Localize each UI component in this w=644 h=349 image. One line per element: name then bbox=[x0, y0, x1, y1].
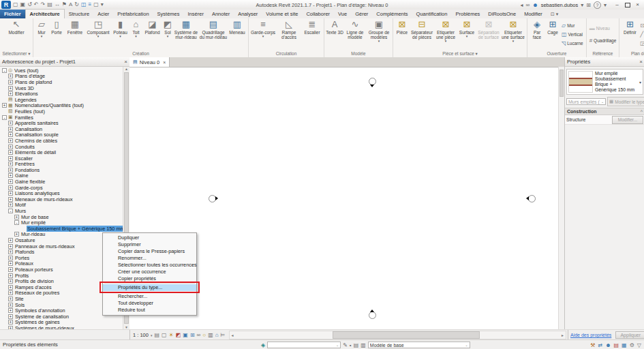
properties-close-icon[interactable]: × bbox=[639, 59, 643, 65]
expand-icon[interactable]: + bbox=[8, 86, 13, 91]
ribbon-button-poteau[interactable]: ▮Poteau▾ bbox=[111, 18, 129, 50]
tree-item-plans-d-etage[interactable]: +Plans d'étage bbox=[0, 74, 129, 80]
expand-icon[interactable]: + bbox=[8, 261, 13, 266]
shadows-icon[interactable]: ◩ bbox=[176, 331, 181, 340]
menu-item-copier-dans-le-presse-papiers[interactable]: Copier dans le Presse-papiers bbox=[103, 248, 196, 255]
worksets-icon[interactable]: ◈ bbox=[261, 341, 265, 349]
tree-item-liaisons-analytiques[interactable]: +Liaisons analytiques bbox=[0, 190, 129, 196]
ribbon-button-groupe-de-modeles[interactable]: ▣Groupe de modèles▾ bbox=[367, 18, 391, 50]
ribbon-tab-vue[interactable]: Vue bbox=[334, 10, 351, 18]
ribbon-button-composant[interactable]: ◳Composant▾ bbox=[85, 18, 111, 50]
ribbon-button-separateur-de-pieces[interactable]: ⊟Séparateur de pièces bbox=[410, 18, 434, 50]
ribbon-group-label-piece-et-surface[interactable]: Pièce et surface ▾ bbox=[395, 50, 525, 57]
tree-item-fenetres[interactable]: +Fenêtres bbox=[0, 162, 129, 168]
filter-icon[interactable]: ▽ bbox=[637, 341, 641, 349]
elevation-marker-west[interactable] bbox=[209, 195, 216, 202]
tree-item-meneaux-de-murs-rideaux[interactable]: +Meneaux de murs-rideaux bbox=[0, 196, 129, 202]
measure-icon[interactable]: ↔ bbox=[55, 1, 60, 9]
user-dropdown-icon[interactable]: ▾ bbox=[581, 2, 583, 8]
reveal-hidden-icon[interactable]: ○ bbox=[202, 331, 206, 340]
tree-item-canalisation-souple[interactable]: +Canalisation souple bbox=[0, 132, 129, 138]
tree-item-gaine[interactable]: +Gaine bbox=[0, 173, 129, 179]
tree-item-elements-de-detail[interactable]: +Eléments de détail bbox=[0, 149, 129, 155]
ribbon-tab-gerer[interactable]: Gérer bbox=[351, 10, 372, 18]
print-icon[interactable]: ▤ bbox=[47, 1, 52, 9]
tree-item-elevations[interactable]: +Elévations bbox=[0, 91, 129, 97]
ribbon-button-modifier[interactable]: ↖Modifier bbox=[1, 18, 31, 50]
expand-icon[interactable]: + bbox=[8, 308, 13, 313]
tree-item-fondations[interactable]: +Fondations bbox=[0, 167, 129, 173]
ribbon-button-mur[interactable]: ▱Mur▾ bbox=[35, 18, 48, 50]
ribbon-tab-acier[interactable]: Acier bbox=[93, 10, 113, 18]
menu-item-creer-une-occurrence[interactable]: Créer une occurrence bbox=[103, 269, 196, 275]
thin-lines-icon[interactable]: ≡ bbox=[89, 1, 92, 9]
sync-icon[interactable]: ↺ bbox=[27, 1, 32, 9]
menu-item-proprietes-du-type[interactable]: Propriétés du type... bbox=[103, 284, 196, 291]
tree-item-appareils-sanitaires[interactable]: +Appareils sanitaires bbox=[0, 120, 129, 126]
drag-on-selection-icon[interactable]: ⚙ bbox=[630, 341, 634, 349]
expand-icon[interactable]: + bbox=[8, 150, 13, 155]
ribbon-button-texte-3d[interactable]: ATexte 3D bbox=[326, 18, 343, 50]
collapse-icon[interactable]: - bbox=[2, 68, 7, 73]
search-dropdown-icon[interactable]: ◂ bbox=[521, 2, 523, 8]
ribbon-button-quadrillage-du-mur-rideau[interactable]: ▤Quadrillage du mur-rideau bbox=[199, 18, 228, 50]
redo-icon[interactable]: ↷ bbox=[41, 1, 46, 9]
section-icon[interactable]: ◫ bbox=[81, 1, 87, 9]
ribbon-button-ligne-de-modele[interactable]: ∿Ligne de modèle bbox=[343, 18, 367, 50]
expand-icon[interactable]: + bbox=[8, 244, 13, 249]
tree-item-canalisation[interactable]: +Canalisation bbox=[0, 126, 129, 132]
expand-icon[interactable]: + bbox=[8, 314, 13, 319]
minimize-button[interactable]: – bbox=[612, 1, 622, 9]
expand-icon[interactable]: + bbox=[8, 173, 13, 178]
user-name[interactable]: sebastien.dubos bbox=[541, 2, 579, 8]
help-icon[interactable]: ? bbox=[594, 1, 601, 9]
ribbon-button-mur[interactable]: ▱Mur bbox=[560, 21, 585, 30]
ribbon-button-separation-de-surface[interactable]: ⊠Séparation de surface bbox=[476, 18, 501, 50]
workset-combo[interactable]: ⌄ bbox=[267, 342, 341, 348]
ribbon-tab-systemes[interactable]: Systèmes bbox=[153, 10, 184, 18]
ribbon-button-afficher[interactable]: ⊡Afficher bbox=[639, 21, 644, 30]
properties-help-link[interactable]: Aide des propriétés bbox=[570, 333, 611, 337]
expand-icon[interactable]: + bbox=[8, 279, 13, 284]
expand-icon[interactable]: + bbox=[8, 202, 13, 207]
menu-item-tout-developper[interactable]: Tout développer bbox=[103, 300, 196, 307]
type-selector-dropdown-icon[interactable]: ▾ bbox=[639, 80, 641, 85]
view-tab-niveau-0[interactable]: ▤ Niveau 0 × bbox=[129, 57, 170, 67]
structure-modify-button[interactable]: Modifier... bbox=[612, 116, 643, 124]
ribbon-button-escalier[interactable]: ≣Escalier bbox=[302, 18, 322, 50]
open-file-icon[interactable]: ▢ bbox=[13, 1, 18, 9]
expand-icon[interactable]: + bbox=[8, 132, 13, 137]
help-dropdown-icon[interactable]: ▾ bbox=[604, 2, 607, 8]
ribbon-button-definir[interactable]: ⊞Définir bbox=[621, 18, 639, 50]
expand-icon[interactable]: + bbox=[8, 138, 13, 143]
edit-type-button[interactable]: ▦ Modifier le type bbox=[607, 97, 644, 106]
ribbon-group-label-selectionner[interactable]: Sélectionner ▾ bbox=[1, 50, 31, 57]
ribbon-tab-volume-et-site[interactable]: Volume et site bbox=[262, 10, 302, 18]
canvas-vertical-scrollbar[interactable] bbox=[558, 67, 564, 329]
expand-icon[interactable]: + bbox=[8, 156, 13, 161]
combo-dropdown-icon[interactable]: ⌄ bbox=[465, 343, 468, 347]
hide-analytical-icon[interactable]: ⌂ bbox=[215, 331, 219, 340]
tree-item-nomenclatures-quantites-tout[interactable]: +▦Nomenclatures/Quantités (tout) bbox=[0, 103, 129, 109]
ribbon-button-garde-corps[interactable]: ≡Garde-corps▾ bbox=[250, 18, 276, 50]
ribbon-tab-prefabrication[interactable]: Préfabrication bbox=[113, 10, 153, 18]
menu-item-dupliquer[interactable]: Dupliquer bbox=[103, 234, 196, 241]
expand-icon[interactable]: + bbox=[8, 273, 13, 278]
expand-icon[interactable]: + bbox=[8, 91, 13, 96]
scroll-up-icon[interactable]: ▲ bbox=[123, 67, 129, 71]
collapse-icon[interactable]: - bbox=[14, 220, 19, 225]
ribbon-tab-dirootsone[interactable]: DiRootsOne bbox=[484, 10, 520, 18]
maximize-button[interactable] bbox=[622, 1, 632, 9]
menu-item-renommer[interactable]: Renommer... bbox=[103, 255, 196, 262]
menu-item-reduire-tout[interactable]: Réduire tout bbox=[103, 307, 196, 314]
expand-icon[interactable]: + bbox=[8, 197, 13, 202]
save-icon[interactable]: ▣ bbox=[20, 1, 26, 9]
tree-item-chemins-de-cables[interactable]: +Chemins de câbles bbox=[0, 138, 129, 144]
select-underlay-icon[interactable]: ☻ bbox=[605, 341, 611, 349]
ribbon-tab-annoter[interactable]: Annoter bbox=[208, 10, 234, 18]
view-scale[interactable]: 1 : 100 bbox=[133, 332, 149, 338]
revit-logo-icon[interactable]: R bbox=[1, 1, 11, 9]
reveal-constraints-icon[interactable]: ⊨ bbox=[221, 331, 226, 340]
expand-icon[interactable]: + bbox=[8, 303, 13, 307]
expand-icon[interactable]: + bbox=[8, 121, 13, 125]
